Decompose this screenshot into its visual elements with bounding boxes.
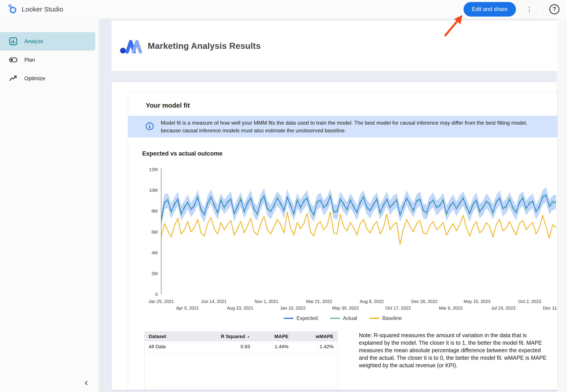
- sidebar-item-analyze[interactable]: Analyze: [0, 32, 95, 51]
- svg-text:Jul 24, 2023: Jul 24, 2023: [491, 306, 515, 310]
- metrics-note-text: Note: R-squared measures the amount of v…: [359, 331, 550, 369]
- svg-text:May 15, 2023: May 15, 2023: [464, 299, 490, 304]
- legend-label: Expected: [297, 315, 318, 321]
- svg-text:Aug 8, 2022: Aug 8, 2022: [360, 299, 384, 304]
- chart-title: Expected vs actual outcome: [142, 150, 557, 157]
- svg-text:Jan 25, 2021: Jan 25, 2021: [148, 299, 174, 304]
- svg-text:4M: 4M: [151, 250, 158, 255]
- column-header-wmape[interactable]: wMAPE: [292, 332, 337, 341]
- svg-text:Oct 2, 2023: Oct 2, 2023: [518, 299, 541, 304]
- sidebar-item-label: Optimize: [24, 75, 45, 82]
- sidebar-item-plan[interactable]: Plan: [0, 51, 95, 69]
- svg-text:Jan 10, 2022: Jan 10, 2022: [280, 306, 305, 310]
- svg-text:0: 0: [155, 292, 158, 297]
- optimize-trending-up-icon: [9, 74, 18, 83]
- sidebar-item-optimize[interactable]: Optimize: [0, 69, 95, 88]
- topbar-divider: [543, 4, 543, 14]
- top-bar-actions: Edit and share ⋮ ?: [464, 2, 559, 16]
- table-header-row: Dataset R Squared▼ MAPE wMAPE: [145, 332, 337, 341]
- svg-text:Jun 14, 2021: Jun 14, 2021: [201, 299, 227, 304]
- info-banner: Model fit is a measure of how well your …: [128, 116, 557, 138]
- report-header: Marketing Analysis Results: [111, 21, 557, 71]
- info-banner-text: Model fit is a measure of how well your …: [161, 119, 549, 134]
- svg-text:12M: 12M: [149, 167, 158, 172]
- sidebar: Analyze Plan Optimize: [0, 19, 99, 392]
- svg-text:2M: 2M: [151, 271, 158, 276]
- svg-text:May 30, 2022: May 30, 2022: [332, 306, 359, 310]
- fit-metrics-section: Dataset R Squared▼ MAPE wMAPE All Data 0…: [145, 331, 557, 388]
- svg-text:Dec 26, 2022: Dec 26, 2022: [411, 299, 438, 304]
- model-fit-card: Your model fit Model fit is a measure of…: [128, 92, 557, 390]
- svg-text:Apr 5, 2021: Apr 5, 2021: [176, 306, 199, 310]
- column-header-mape[interactable]: MAPE: [254, 332, 292, 341]
- svg-text:Dec 11, 2023: Dec 11, 2023: [543, 306, 557, 310]
- brand: Looker Studio: [8, 3, 63, 15]
- legend-item-expected: Expected: [284, 315, 318, 321]
- top-bar: Looker Studio Edit and share ⋮ ?: [0, 0, 567, 19]
- looker-studio-logo-icon: [8, 3, 17, 15]
- svg-text:8M: 8M: [151, 209, 158, 213]
- svg-text:10M: 10M: [149, 188, 158, 193]
- app-window: Looker Studio Edit and share ⋮ ? Analy: [0, 0, 567, 392]
- fit-metrics-table: Dataset R Squared▼ MAPE wMAPE All Data 0…: [145, 331, 338, 388]
- legend-item-actual: Actual: [330, 315, 357, 321]
- edit-and-share-button[interactable]: Edit and share: [464, 2, 516, 16]
- help-icon[interactable]: ?: [549, 4, 559, 14]
- cell-mape: 1.44%: [254, 341, 292, 352]
- chart-legend: Expected Actual Baseline: [128, 315, 557, 321]
- app-title: Looker Studio: [22, 5, 63, 13]
- info-icon: [145, 122, 154, 131]
- sidebar-collapse-button[interactable]: ‹: [80, 376, 93, 389]
- legend-label: Baseline: [382, 315, 402, 321]
- expected-line-swatch: [284, 318, 293, 319]
- svg-text:6M: 6M: [151, 230, 158, 235]
- legend-label: Actual: [343, 315, 357, 321]
- table-row: All Data 0.93 1.44% 1.42%: [145, 341, 337, 352]
- card-heading: Your model fit: [128, 92, 557, 116]
- cell-wmape: 1.42%: [292, 341, 337, 352]
- analyze-chart-icon: [9, 37, 18, 46]
- svg-text:Aug 23, 2021: Aug 23, 2021: [227, 306, 253, 310]
- svg-text:Mar 6, 2023: Mar 6, 2023: [439, 306, 463, 310]
- sidebar-item-label: Plan: [24, 57, 35, 63]
- cell-r-squared: 0.93: [189, 341, 254, 352]
- actual-line-swatch: [330, 318, 340, 319]
- sidebar-item-label: Analyze: [24, 38, 43, 44]
- svg-text:Nov 1, 2021: Nov 1, 2021: [255, 299, 278, 304]
- scroll-gutter[interactable]: [557, 19, 567, 392]
- baseline-line-swatch: [370, 318, 379, 319]
- meridian-logo-icon: [120, 37, 142, 55]
- cell-dataset: All Data: [145, 341, 189, 352]
- svg-text:Mar 21, 2022: Mar 21, 2022: [306, 299, 332, 304]
- svg-text:Oct 17, 2022: Oct 17, 2022: [385, 306, 411, 310]
- main-content: Marketing Analysis Results Your model fi…: [99, 19, 567, 392]
- legend-item-baseline: Baseline: [370, 315, 402, 321]
- column-header-dataset[interactable]: Dataset: [145, 332, 189, 341]
- plan-toggle-icon: [9, 56, 18, 64]
- column-header-r-squared[interactable]: R Squared▼: [189, 332, 254, 341]
- sidebar-nav: Analyze Plan Optimize: [0, 32, 99, 88]
- model-fit-chart: 02M4M6M8M10M12MJan 25, 2021Apr 5, 2021Ju…: [128, 167, 557, 313]
- more-options-button[interactable]: ⋮: [522, 2, 537, 16]
- report-page: Your model fit Model fit is a measure of…: [111, 82, 557, 390]
- page-title: Marketing Analysis Results: [148, 41, 261, 51]
- sort-descending-icon[interactable]: ▼: [247, 335, 250, 339]
